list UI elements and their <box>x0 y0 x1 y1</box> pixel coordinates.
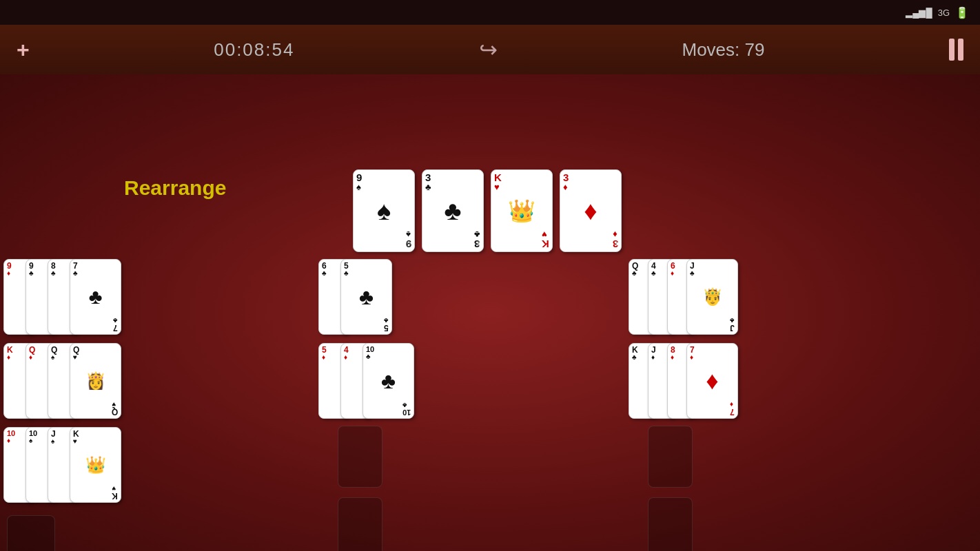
battery-icon: 🔋 <box>955 6 969 19</box>
card-7-diamonds-r2[interactable]: 7♦ ♦ 7♦ <box>686 343 738 419</box>
card-5-clubs-m1[interactable]: 5♣ ♣ 5♣ <box>340 259 392 335</box>
moves-display: Moves: 79 <box>682 39 765 61</box>
pause-button[interactable] <box>949 39 963 61</box>
placeholder-mid-1 <box>338 426 382 488</box>
undo-button[interactable]: ↩ <box>479 37 498 63</box>
card-7-clubs-g1[interactable]: 7♣ ♣ 7♣ <box>70 259 121 335</box>
card-k-hearts[interactable]: K ♥ 👑 K ♥ <box>491 169 553 252</box>
card-3-diamonds[interactable]: 3 ♦ ♦ 3 ♦ ε <box>560 169 622 252</box>
placeholder-mid-2 <box>338 497 382 551</box>
card-q-hearts-g2[interactable]: Q♥ 👸 Q♥ <box>70 343 121 419</box>
status-bar: ▂▄▆█ 3G 🔋 <box>0 0 980 25</box>
game-area: Rearrange 9 ♠ ♠ 9 ♠ 6 3 ♣ ♣ 3 ♣ ε K ♥ <box>0 74 980 551</box>
rearrange-label: Rearrange <box>124 176 226 200</box>
card-10-clubs-m2[interactable]: 10♣ ♣ 10♣ <box>363 343 414 419</box>
add-button[interactable]: + <box>17 37 30 63</box>
placeholder-right-2 <box>648 497 693 551</box>
card-j-clubs-r1[interactable]: J♣ 🤴 J♣ <box>686 259 738 335</box>
toolbar: + 00:08:54 ↩ Moves: 79 <box>0 25 980 74</box>
timer-display: 00:08:54 <box>214 39 294 61</box>
placeholder-left-bottom <box>7 515 55 551</box>
card-k-hearts-g3[interactable]: K♥ 👑 K♥ <box>70 427 121 503</box>
network-label: 3G <box>938 8 950 18</box>
card-9-spades[interactable]: 9 ♠ ♠ 9 ♠ 6 <box>353 169 415 252</box>
signal-icon: ▂▄▆█ <box>906 8 932 18</box>
placeholder-right-1 <box>648 426 693 488</box>
card-3-clubs[interactable]: 3 ♣ ♣ 3 ♣ ε <box>422 169 484 252</box>
